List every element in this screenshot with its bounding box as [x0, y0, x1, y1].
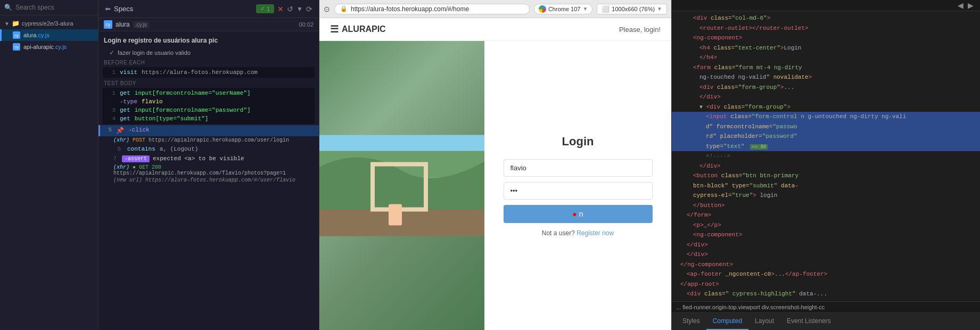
- password-input[interactable]: [504, 182, 653, 200]
- devtools-back-icon[interactable]: ◀: [956, 1, 966, 10]
- back-icon[interactable]: ⬅: [105, 5, 111, 13]
- devtools-panel: ◀ ▶ <div class="col-md-6"> <router-outle…: [671, 0, 980, 330]
- register-link-text: Not a user? Register now: [542, 229, 614, 237]
- html-line-highlighted: <input class="form-control n g-untouched…: [672, 112, 980, 122]
- html-line: <p>_</p>: [672, 220, 980, 230]
- code-line-3: -type flavio: [106, 97, 311, 106]
- chrome-dropdown-icon[interactable]: ▼: [582, 6, 588, 12]
- code-line-1: 1 visit https://alura-fotos.herokuapp.co…: [106, 68, 311, 77]
- pass-count-button[interactable]: ✓ 1: [256, 4, 274, 13]
- file-item-api[interactable]: cy api-alurapic.cy.js: [0, 41, 98, 53]
- html-line: </app-root>: [672, 279, 980, 290]
- devtools-header: ◀ ▶: [672, 0, 980, 11]
- svg-rect-5: [389, 204, 402, 226]
- viewport-dropdown-icon[interactable]: ▼: [657, 6, 662, 12]
- test-item: ✓ fazer login de usuario valido: [98, 47, 319, 58]
- nav-icon: ⊙: [324, 5, 330, 13]
- search-icon: 🔍: [4, 4, 12, 11]
- landscape-svg: [319, 41, 484, 330]
- spec-name: alura: [116, 21, 130, 28]
- html-line: <ap-footer _ngcontent-c0>...</ap-footer>: [672, 269, 980, 279]
- left-panel: 🔍 + ▼ 📁 cypress/e2e/3-alura cy alura.cy.…: [0, 0, 98, 330]
- specs-header: ⬅ Specs ✓ 1 ✕ ↺ ▼ ⟳: [98, 0, 319, 18]
- folder-item[interactable]: ▼ 📁 cypress/e2e/3-alura: [0, 18, 98, 29]
- reload-button[interactable]: ⟳: [306, 5, 312, 13]
- folder-icon-2: 📁: [12, 20, 20, 27]
- eq-0-badge: == $0: [750, 144, 768, 150]
- spec-file-name: cy alura .cy.js: [104, 20, 149, 29]
- html-line: <ng-component>: [672, 230, 980, 240]
- spec-file-header: cy alura .cy.js 00:02: [98, 18, 319, 31]
- svg-rect-3: [319, 135, 484, 151]
- html-line: ng-touched ng-valid" novalidate>: [672, 72, 980, 82]
- html-line: <div class=" cypress-highlight" data-...: [672, 289, 980, 299]
- html-line: <div class="form-group">...: [672, 82, 980, 93]
- file-name-alura: alura.cy.js: [23, 32, 50, 38]
- html-line: <div class="col-md-6">: [672, 13, 980, 23]
- login-button[interactable]: ● n: [504, 205, 653, 223]
- html-line: cypress-el="true"> login: [672, 191, 980, 201]
- app-navbar: ☰ ALURAPIC Please, login!: [319, 18, 671, 41]
- before-each-code: 1 visit https://alura-fotos.herokuapp.co…: [103, 67, 315, 78]
- html-line-highlighted-4: type="text" == $0: [672, 142, 980, 152]
- html-line: ▼ <div class="form-group">: [672, 102, 980, 112]
- spec-time: 00:02: [299, 21, 314, 28]
- assert-badge: -assert: [122, 155, 150, 162]
- app-logo: ☰ ALURAPIC: [330, 23, 386, 35]
- test-name: fazer login de usuario valido: [118, 50, 191, 56]
- hamburger-icon[interactable]: ☰: [330, 23, 339, 35]
- pass-count: 1: [267, 6, 270, 12]
- file-icon-api: cy: [13, 43, 20, 51]
- html-line: <router-outlet></router-outlet>: [672, 23, 980, 34]
- spec-content: Login e registro de usuários alura pic ✓…: [98, 31, 319, 330]
- search-bar: 🔍 +: [0, 0, 98, 15]
- devtools-forward-icon[interactable]: ▶: [966, 1, 976, 10]
- dropdown-button[interactable]: ▼: [297, 5, 303, 13]
- middle-panel: ⬅ Specs ✓ 1 ✕ ↺ ▼ ⟳ cy alura .cy.js 00:0…: [98, 0, 319, 330]
- browser-panel: ⊙ 🔒 https://alura-fotos.herokuapp.com/#/…: [319, 0, 671, 330]
- specs-title: ⬅ Specs: [105, 5, 133, 13]
- register-now-link[interactable]: Register now: [577, 229, 614, 237]
- chrome-icon: [539, 5, 546, 13]
- please-login-text: Please, login!: [619, 26, 661, 34]
- html-line: <button class="btn btn-primary: [672, 171, 980, 181]
- tab-styles[interactable]: Styles: [676, 313, 706, 330]
- spec-file-icon: cy: [104, 20, 112, 29]
- spec-ext-badge: .cy.js: [133, 21, 149, 28]
- lock-icon: 🔒: [340, 5, 348, 12]
- check-icon: ✓: [260, 5, 265, 12]
- html-line: </ng-component>: [672, 260, 980, 270]
- code-line-5: 4 get button[type="submit"]: [106, 114, 311, 123]
- before-each-label: BEFORE EACH: [98, 58, 319, 67]
- html-line: </h4>: [672, 53, 980, 63]
- tab-computed[interactable]: Computed: [706, 313, 748, 330]
- loading-button[interactable]: ↺: [287, 5, 293, 13]
- suite-title: Login e registro de usuários alura pic: [98, 34, 319, 47]
- tab-event-listeners[interactable]: Event Listeners: [780, 313, 837, 330]
- fail-button[interactable]: ✕: [277, 5, 284, 13]
- photo-placeholder: [319, 41, 484, 330]
- code-line-4: 3 get input[formcontrolname="password"]: [106, 106, 311, 114]
- username-input[interactable]: [504, 159, 653, 177]
- browser-toolbar: ⊙ 🔒 https://alura-fotos.herokuapp.com/#/…: [319, 0, 671, 18]
- html-line-highlighted-2: d" formcontrolname="passwo: [672, 122, 980, 132]
- html-line: <!---->: [672, 151, 980, 161]
- viewport-icon: ⬜: [602, 5, 610, 13]
- file-tree: ▼ 📁 cypress/e2e/3-alura cy alura.cy.js c…: [0, 15, 98, 330]
- app-main: Login ● n Not a user? Register now: [319, 41, 671, 330]
- viewport-text: 1000x660 (76%): [612, 6, 655, 12]
- code-line-2: 1 get input[formcontrolname="userName"]: [106, 89, 311, 97]
- contains-line: 6 contains a, (Logout): [98, 144, 319, 154]
- html-line-highlighted-3: rd" placeholder="password": [672, 131, 980, 142]
- xhr-get-block: (xhr) ● GET 200 https://apialnrapic.hero…: [113, 164, 315, 176]
- login-title: Login: [562, 135, 594, 148]
- viewport-info: ⬜ 1000x660 (76%) ▼: [597, 4, 667, 14]
- url-bar: 🔒 https://alura-fotos.herokuapp.com/#/ho…: [334, 4, 530, 14]
- html-line: </div>: [672, 250, 980, 260]
- file-name-api: api-alurapic.cy.js: [23, 44, 67, 50]
- tab-layout[interactable]: Layout: [748, 313, 780, 330]
- file-item-alura[interactable]: cy alura.cy.js: [0, 29, 98, 41]
- breadcrumb-bar: ... fied-runner.origin-top.viewport div.…: [672, 301, 980, 312]
- search-input[interactable]: [15, 4, 95, 11]
- url-text: https://alura-fotos.herokuapp.com/#/home: [351, 5, 524, 13]
